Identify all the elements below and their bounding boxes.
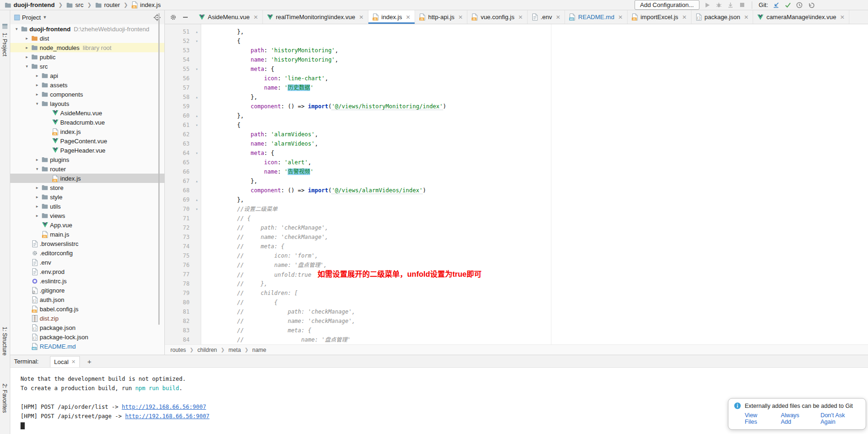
notification-link-don-t-ask-again[interactable]: Don't Ask Again [820,412,860,425]
hide-panel-icon[interactable] [182,14,189,21]
tree-item-babel-config-js[interactable]: JSbabel.config.js [10,304,164,314]
fold-marker-icon[interactable]: ▴ [193,27,201,36]
close-icon[interactable]: ✕ [682,14,687,21]
breadcrumb-item-index-js[interactable]: JSindex.js [132,1,161,8]
tree-item-src[interactable]: ▾src [10,62,164,71]
chevron-expanded-icon[interactable]: ▾ [13,27,20,31]
tree-item-api[interactable]: ▸api [10,71,164,80]
chevron-collapsed-icon[interactable]: ▸ [34,213,41,218]
close-icon[interactable]: ✕ [71,359,76,365]
stripe-button-favorites[interactable]: 2: Favorites [1,384,8,413]
tree-item-asidemenu-vue[interactable]: AsideMenu.vue [10,108,164,118]
editor-breadcrumb-routes[interactable]: routes [170,347,186,353]
fold-marker-icon[interactable]: ▾ [193,120,201,130]
terminal-link[interactable]: http://192.168.66.56:9007 [122,404,206,410]
close-icon[interactable]: ✕ [359,14,364,21]
chevron-collapsed-icon[interactable]: ▸ [34,92,41,97]
notification-link-always-add[interactable]: Always Add [781,412,810,425]
terminal-link[interactable]: http://192.168.66.56:9007 [125,413,210,420]
tree-item-dist[interactable]: ▸dist [10,34,164,43]
new-terminal-button[interactable]: + [87,357,92,365]
tree-item-app-vue[interactable]: App.vue [10,220,164,230]
breadcrumb-item-router[interactable]: router [95,1,120,8]
tab-realtimemonitoring-index-vue[interactable]: realTimeMonitoring\index.vue✕ [263,10,368,24]
chevron-collapsed-icon[interactable]: ▸ [34,83,41,87]
fold-marker-icon[interactable]: ▴ [193,92,201,102]
tree-item-store[interactable]: ▸store [10,183,164,192]
settings-gear-icon[interactable] [169,14,177,21]
chevron-expanded-icon[interactable]: ▾ [34,101,41,106]
close-icon[interactable]: ✕ [556,14,560,21]
tree-item-dist-zip[interactable]: dist.zip [10,314,164,323]
tree-item-pageheader-vue[interactable]: PageHeader.vue [10,146,164,155]
tree-item-style[interactable]: ▸style [10,192,164,202]
fold-marker-icon[interactable]: ▾ [193,204,201,214]
close-icon[interactable]: ✕ [840,14,845,21]
tree-item-router[interactable]: ▾router [10,164,164,174]
tree-item-layouts[interactable]: ▾layouts [10,99,164,108]
tree-item-browserslistrc[interactable]: .browserslistrc [10,239,164,248]
tree-item-package-lock-json[interactable]: {}package-lock.json [10,332,164,342]
fold-marker-icon[interactable]: ▴ [193,176,201,186]
tab-package-json[interactable]: {}package.json✕ [692,10,754,24]
tree-item-package-json[interactable]: {}package.json [10,323,164,332]
rollback-icon[interactable] [807,1,815,9]
tree-item-auth-json[interactable]: {}auth.json [10,295,164,304]
tree-item-public[interactable]: ▸public [10,52,164,62]
tab-http-api-js[interactable]: JShttp-api.js✕ [415,10,467,24]
chevron-expanded-icon[interactable]: ▾ [23,64,30,69]
tree-item-main-js[interactable]: JSmain.js [10,230,164,239]
stop-icon[interactable] [739,1,746,9]
chevron-collapsed-icon[interactable]: ▸ [34,157,41,162]
close-icon[interactable]: ✕ [254,14,258,21]
fold-marker-icon[interactable]: ▴ [193,195,201,204]
tree-item-node-modules[interactable]: ▸node_moduleslibrary root [10,43,164,52]
chevron-collapsed-icon[interactable]: ▸ [23,45,30,50]
tab-vue-config-js[interactable]: JSvue.config.js✕ [467,10,527,24]
tree-item-utils[interactable]: ▸utils [10,202,164,211]
editor-code-area[interactable]: }, { path: 'historyMonitoring', name: 'h… [202,24,868,344]
fold-marker-icon[interactable]: ▾ [193,36,201,46]
chevron-collapsed-icon[interactable]: ▸ [34,185,41,190]
tree-item-index-js[interactable]: JSindex.js [10,174,164,183]
editor-breadcrumb-name[interactable]: name [252,347,266,353]
breadcrumb-item-duoji-frontend[interactable]: duoji-frontend [5,1,55,8]
tree-item-eslintrc-js[interactable]: .eslintrc.js [10,276,164,286]
editor-breadcrumb-meta[interactable]: meta [228,347,241,353]
tree-item-env-prod[interactable]: .env.prod [10,267,164,276]
fold-marker-icon[interactable]: ▴ [193,111,201,120]
git-update-icon[interactable] [772,1,780,9]
tree-scrollbar[interactable] [158,13,160,325]
tab-index-js[interactable]: JSindex.js✕ [368,10,415,24]
chevron-collapsed-icon[interactable]: ▸ [23,55,30,59]
close-icon[interactable]: ✕ [618,14,623,21]
tree-item-pagecontent-vue[interactable]: PageContent.vue [10,136,164,146]
tree-item-breadcrumb-vue[interactable]: Breadcrumb.vue [10,118,164,127]
close-icon[interactable]: ✕ [518,14,523,21]
fold-marker-icon[interactable]: ▾ [193,64,201,74]
debug-icon[interactable] [715,1,723,9]
terminal-tab-local[interactable]: Local ✕ [50,356,80,367]
notification-link-view-files[interactable]: View Files [745,412,770,425]
tree-item-assets[interactable]: ▸assets [10,80,164,90]
close-icon[interactable]: ✕ [406,14,410,21]
project-tool-icon[interactable] [2,23,8,29]
coverage-icon[interactable] [727,1,734,9]
fold-marker-icon[interactable]: ▾ [193,148,201,158]
tree-item-views[interactable]: ▸views [10,211,164,220]
tree-item-plugins[interactable]: ▸plugins [10,155,164,164]
run-icon[interactable] [704,1,711,9]
add-configuration-button[interactable]: Add Configuration... [635,0,699,10]
editor-breadcrumb-children[interactable]: children [198,347,217,353]
close-icon[interactable]: ✕ [744,14,748,21]
chevron-expanded-icon[interactable]: ▾ [34,167,41,171]
stripe-button-structure[interactable]: 1: Structure [1,327,8,356]
tab-readme-md[interactable]: MDREADME.md✕ [565,10,627,24]
chevron-collapsed-icon[interactable]: ▸ [23,36,30,41]
tree-item-readme-md[interactable]: MDREADME.md [10,342,164,351]
tree-item-gitignore[interactable]: .gitignore [10,286,164,295]
chevron-collapsed-icon[interactable]: ▸ [34,73,41,78]
tree-item-components[interactable]: ▸components [10,90,164,99]
tab-asidemenu-vue[interactable]: AsideMenu.vue✕ [195,10,263,24]
chevron-collapsed-icon[interactable]: ▸ [34,195,41,199]
